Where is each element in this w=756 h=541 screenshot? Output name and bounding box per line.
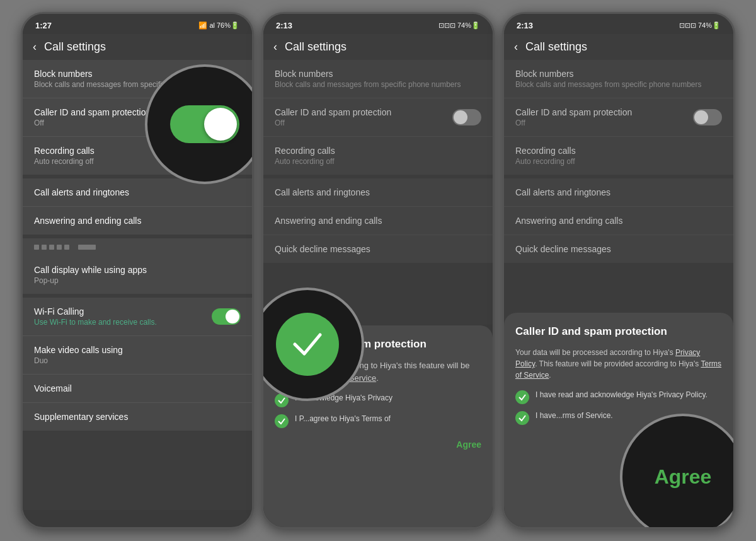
- p2-recording: Recording calls Auto recording off: [263, 137, 493, 175]
- main-container: 1:27 📶 al 76%🔋 ‹ Call settings Block num…: [0, 0, 756, 541]
- p3-quick-decline-title: Quick decline messages: [515, 244, 611, 254]
- p3-caller-id-title: Caller ID and spam protection: [515, 107, 693, 117]
- back-button-1[interactable]: ‹: [33, 40, 37, 54]
- p2-quick-decline-title: Quick decline messages: [275, 244, 370, 254]
- item-answering[interactable]: Answering and ending calls: [23, 207, 252, 235]
- p3-call-alerts: Call alerts and ringtones: [504, 178, 733, 207]
- status-icons-1: 📶 al 76%🔋: [198, 21, 239, 30]
- phone-2: 2:13 ⊡⊡⊡ 74%🔋 ‹ Call settings Block numb…: [261, 12, 495, 529]
- p3-call-alerts-title: Call alerts and ringtones: [515, 187, 610, 197]
- status-time-2: 2:13: [276, 21, 292, 30]
- back-button-2[interactable]: ‹: [273, 40, 277, 54]
- status-icons-3: ⊡⊡⊡ 74%🔋: [679, 21, 721, 30]
- item-wifi-calling[interactable]: Wi-Fi Calling Use Wi-Fi to make and rece…: [23, 298, 252, 336]
- video-calls-title: Make video calls using: [34, 345, 241, 355]
- p2-quick-decline: Quick decline messages: [263, 235, 493, 263]
- page-title-3: Call settings: [525, 40, 587, 54]
- page-title-1: Call settings: [44, 40, 106, 54]
- p3-toggle-knob: [694, 110, 708, 124]
- section-alerts: Call alerts and ringtones Answering and …: [23, 178, 252, 235]
- supplementary-title: Supplementary services: [34, 412, 241, 422]
- voicemail-title: Voicemail: [34, 383, 241, 393]
- item-call-display[interactable]: Call display while using apps Pop-up: [23, 256, 252, 294]
- section-display: Call display while using apps Pop-up: [23, 256, 252, 294]
- zoom-toggle-widget: [170, 105, 239, 143]
- wifi-calling-title: Wi-Fi Calling: [34, 306, 212, 317]
- battery-2-icon: 74%🔋: [457, 21, 480, 30]
- p3-check-svg-2: [518, 414, 527, 422]
- p2-answering-title: Answering and ending calls: [275, 216, 382, 226]
- p2-caller-id: Caller ID and spam protection Off: [263, 98, 493, 137]
- call-display-sub: Pop-up: [34, 276, 241, 285]
- status-apps-3-icon: ⊡⊡⊡: [679, 21, 696, 30]
- p3-answering-title: Answering and ending calls: [515, 216, 622, 226]
- call-display-title: Call display while using apps: [34, 265, 241, 275]
- item-supplementary[interactable]: Supplementary services: [23, 403, 252, 431]
- status-bar-3: 2:13 ⊡⊡⊡ 74%🔋: [504, 14, 733, 34]
- wifi-calling-sub: Use Wi-Fi to make and receive calls.: [34, 318, 212, 327]
- p2-caller-id-toggle: [452, 109, 481, 125]
- section3-general: Block numbers Block calls and messages f…: [504, 60, 733, 175]
- battery-icon: 76%🔋: [217, 21, 239, 30]
- checkbox-text-2: I P...agree to Hiya's Terms of: [295, 414, 391, 424]
- check-svg-2: [277, 417, 286, 426]
- wifi-icon: 📶: [198, 21, 207, 30]
- p2-block-numbers: Block numbers Block calls and messages f…: [263, 60, 493, 98]
- p3-caller-id-sub: Off: [515, 119, 693, 127]
- p2-recording-title: Recording calls: [275, 146, 481, 156]
- checkbox-icon-2: [275, 414, 289, 428]
- p2-recording-sub: Auto recording off: [275, 157, 481, 166]
- p3-quick-decline: Quick decline messages: [504, 235, 733, 263]
- status-time-3: 2:13: [517, 21, 533, 30]
- dialog-3-text: Your data will be processed according to…: [515, 347, 722, 381]
- p3-block-numbers: Block numbers Block calls and messages f…: [504, 60, 733, 98]
- checkbox-row-2: I P...agree to Hiya's Terms of: [275, 414, 481, 428]
- page-header-1: ‹ Call settings: [23, 34, 252, 60]
- item-video-calls[interactable]: Make video calls using Duo: [23, 336, 252, 375]
- status-apps-icon: ⊡⊡⊡: [438, 21, 455, 30]
- zoom-toggle-knob: [204, 108, 237, 141]
- settings-list-3: Block numbers Block calls and messages f…: [504, 60, 733, 325]
- p3-caller-id-toggle: [693, 109, 722, 125]
- dot-2: [42, 245, 47, 250]
- p2-answering: Answering and ending calls: [263, 207, 493, 235]
- section3-alerts: Call alerts and ringtones Answering and …: [504, 178, 733, 263]
- section2-general: Block numbers Block calls and messages f…: [263, 60, 493, 175]
- dot-4: [57, 245, 62, 250]
- wifi-toggle-knob: [226, 310, 239, 323]
- agree-button-2[interactable]: Agree: [275, 434, 481, 455]
- p3-checkbox-text-2: I have...rms of Service.: [536, 410, 613, 421]
- p2-toggle-knob: [454, 110, 467, 124]
- back-button-3[interactable]: ‹: [514, 40, 518, 54]
- status-bar-2: 2:13 ⊡⊡⊡ 74%🔋: [263, 14, 493, 34]
- p2-caller-id-sub: Off: [275, 119, 452, 127]
- agree-big-text[interactable]: Agree: [655, 465, 712, 489]
- page-header-2: ‹ Call settings: [263, 34, 493, 60]
- p3-checkbox-icon-2: [515, 411, 529, 425]
- section2-alerts: Call alerts and ringtones Answering and …: [263, 178, 493, 263]
- item-voicemail[interactable]: Voicemail: [23, 375, 252, 403]
- p2-call-alerts: Call alerts and ringtones: [263, 178, 493, 207]
- p3-checkbox-row-1: I have read and acknowledge Hiya's Priva…: [515, 390, 722, 404]
- big-check-svg: [289, 325, 326, 363]
- phone-3: 2:13 ⊡⊡⊡ 74%🔋 ‹ Call settings Block numb…: [502, 12, 735, 529]
- p2-block-title: Block numbers: [275, 69, 481, 79]
- page-title-2: Call settings: [285, 40, 346, 54]
- p3-block-sub: Block calls and messages from specific p…: [515, 80, 722, 89]
- video-calls-sub: Duo: [34, 356, 241, 365]
- p3-recording-title: Recording calls: [515, 146, 722, 156]
- big-checkmark: [276, 313, 339, 376]
- p2-call-alerts-title: Call alerts and ringtones: [275, 187, 370, 197]
- answering-title: Answering and ending calls: [34, 216, 241, 226]
- wifi-toggle[interactable]: [212, 308, 241, 325]
- signal-icon: al: [209, 21, 215, 29]
- p3-check-svg-1: [518, 393, 527, 402]
- section-wifi: Wi-Fi Calling Use Wi-Fi to make and rece…: [23, 298, 252, 431]
- p3-block-title: Block numbers: [515, 69, 722, 79]
- battery-3-icon: 74%🔋: [698, 21, 721, 30]
- status-time-1: 1:27: [35, 21, 52, 30]
- page-header-3: ‹ Call settings: [504, 34, 733, 60]
- check-svg-1: [277, 396, 286, 405]
- p3-caller-id: Caller ID and spam protection Off: [504, 98, 733, 137]
- p3-checkbox-text-1: I have read and acknowledge Hiya's Priva…: [536, 390, 707, 400]
